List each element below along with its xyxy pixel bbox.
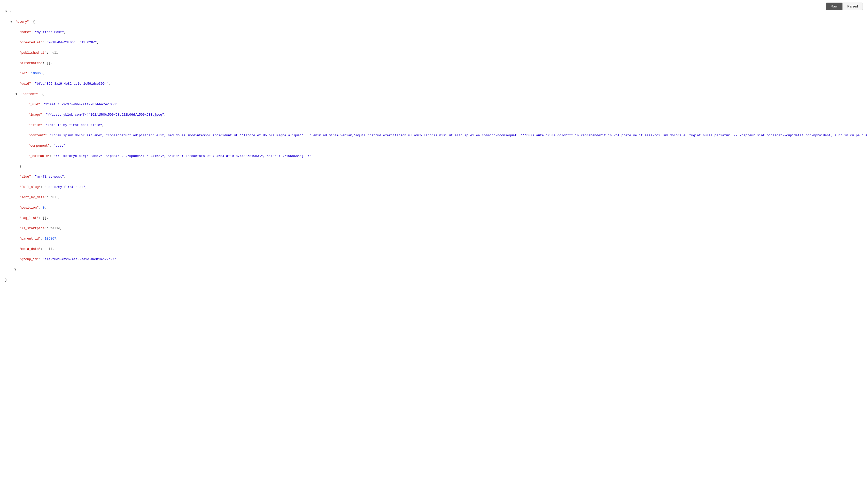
json-viewer: ▼ { ▼ "story": { "name": "My first Post"… <box>0 0 868 290</box>
parsed-button[interactable]: Parsed <box>842 3 863 10</box>
raw-button[interactable]: Raw <box>826 3 842 10</box>
toggle-content[interactable]: ▼ <box>16 92 19 97</box>
toggle-root[interactable]: ▼ <box>5 9 8 14</box>
toolbar: Raw Parsed <box>826 3 863 10</box>
toggle-story[interactable]: ▼ <box>10 19 13 25</box>
